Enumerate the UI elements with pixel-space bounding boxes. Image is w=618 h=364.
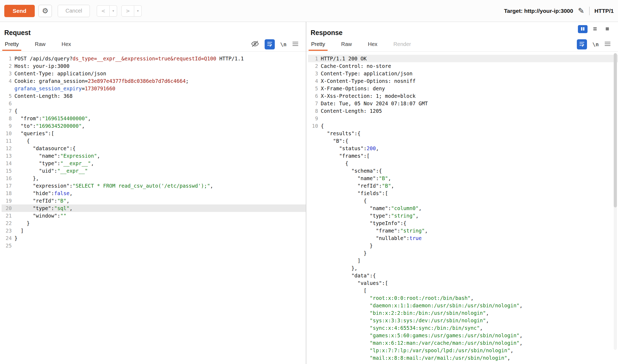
- edit-target-icon[interactable]: ✎: [578, 7, 584, 15]
- code-line[interactable]: 24}: [2, 234, 306, 242]
- code-line[interactable]: {: [308, 160, 618, 167]
- history-back-button[interactable]: <: [97, 5, 110, 17]
- code-line[interactable]: "sync:x:4:65534:sync:/bin:/bin/sync",: [308, 324, 618, 332]
- code-line[interactable]: ]: [308, 257, 618, 264]
- code-line[interactable]: 15 "uid":"__expr__": [2, 167, 306, 175]
- code-line[interactable]: [: [308, 287, 618, 294]
- request-editor[interactable]: 1POST /api/ds/query?ds_type=__expr__&exp…: [0, 52, 306, 249]
- code-line[interactable]: 19 "refId":"B",: [2, 197, 306, 204]
- response-tab-hex[interactable]: Hex: [367, 38, 378, 51]
- code-line[interactable]: 6X-Xss-Protection: 1; mode=block: [308, 92, 618, 100]
- code-line[interactable]: 13 "name":"Expression",: [2, 152, 306, 160]
- code-line[interactable]: "schema":{: [308, 167, 618, 175]
- code-line[interactable]: "sys:x:3:3:sys:/dev:/usr/sbin/nologin",: [308, 317, 618, 324]
- code-line[interactable]: 4Cookie: grafana_session=23e897e4377fbd8…: [2, 77, 306, 85]
- code-line[interactable]: "daemon:x:1:1:daemon:/usr/sbin:/usr/sbin…: [308, 302, 618, 309]
- code-line[interactable]: 2Cache-Control: no-store: [308, 62, 618, 70]
- history-back-dropdown[interactable]: ▾: [110, 5, 117, 17]
- response-editor[interactable]: 1HTTP/1.1 200 OK2Cache-Control: no-store…: [306, 52, 618, 362]
- code-line[interactable]: "frame":"string",: [308, 227, 618, 234]
- code-line[interactable]: "status":200,: [308, 145, 618, 152]
- code-line[interactable]: 16 },: [2, 175, 306, 182]
- code-line[interactable]: "root:x:0:0:root:/root:/bin/bash",: [308, 294, 618, 302]
- code-line[interactable]: "type":"string",: [308, 212, 618, 219]
- code-line[interactable]: "fields":[: [308, 189, 618, 197]
- code-line[interactable]: {: [308, 197, 618, 204]
- code-line[interactable]: 7{: [2, 107, 306, 115]
- request-tab-pretty[interactable]: Pretty: [4, 38, 19, 51]
- code-line[interactable]: "refId":"B",: [308, 182, 618, 189]
- code-line[interactable]: 23 ]: [2, 227, 306, 234]
- code-line[interactable]: 6: [2, 100, 306, 107]
- code-line[interactable]: 5Content-Length: 368: [2, 92, 306, 100]
- code-line[interactable]: 1HTTP/1.1 200 OK: [308, 55, 618, 62]
- history-forward-button[interactable]: >: [121, 5, 134, 17]
- request-editor-menu-button[interactable]: [292, 40, 299, 48]
- response-panel: Response Pretty Raw Hex Render: [306, 22, 618, 364]
- code-line[interactable]: 11 {: [2, 137, 306, 145]
- code-line[interactable]: "lp:x:7:7:lp:/var/spool/lpd:/usr/sbin/no…: [308, 347, 618, 354]
- code-line[interactable]: grafana_session_expiry=1730791660: [2, 85, 306, 92]
- code-line[interactable]: 18 "hide":false,: [2, 189, 306, 197]
- code-line[interactable]: "values":[: [308, 279, 618, 287]
- cancel-button[interactable]: Cancel: [58, 5, 90, 17]
- code-line[interactable]: "data":{: [308, 272, 618, 279]
- code-line[interactable]: 10{: [308, 122, 618, 130]
- code-line[interactable]: }: [308, 249, 618, 257]
- response-scrollbar[interactable]: [614, 53, 617, 350]
- code-line[interactable]: "frames":[: [308, 152, 618, 160]
- code-line[interactable]: 22 }: [2, 219, 306, 227]
- response-tab-render[interactable]: Render: [393, 38, 412, 51]
- request-settings-button[interactable]: ⚙: [38, 5, 52, 17]
- response-word-wrap-toggle-button[interactable]: [577, 39, 587, 49]
- code-line[interactable]: 20 "type":"sql",: [2, 204, 306, 212]
- code-line[interactable]: 10 "queries":[: [2, 130, 306, 137]
- response-title: Response: [311, 29, 614, 37]
- response-show-newlines-button[interactable]: \n: [592, 41, 599, 48]
- code-line[interactable]: "mail:x:8:8:mail:/var/mail:/usr/sbin/nol…: [308, 354, 618, 362]
- http-version-label[interactable]: HTTP/1: [594, 8, 614, 14]
- code-line[interactable]: 8 "from":"1696154400000",: [2, 115, 306, 122]
- code-line[interactable]: "typeInfo":{: [308, 219, 618, 227]
- code-line[interactable]: 2Host: your-ip:3000: [2, 62, 306, 70]
- code-line[interactable]: 17 "expression":"SELECT * FROM read_csv_…: [2, 182, 306, 189]
- code-line[interactable]: 21 "window":"": [2, 212, 306, 219]
- code-line[interactable]: 4X-Content-Type-Options: nosniff: [308, 77, 618, 85]
- code-line[interactable]: 14 "type":"__expr__",: [2, 160, 306, 167]
- response-scrollbar-thumb[interactable]: [614, 53, 617, 207]
- code-line[interactable]: 9: [308, 115, 618, 122]
- code-line[interactable]: "name":"B",: [308, 175, 618, 182]
- code-line[interactable]: 12 "datasource":{: [2, 145, 306, 152]
- layout-single-button[interactable]: [602, 25, 612, 33]
- code-line[interactable]: 7Date: Tue, 05 Nov 2024 07:18:07 GMT: [308, 100, 618, 107]
- layout-rows-button[interactable]: [590, 25, 600, 33]
- code-line[interactable]: 9 "to":"1696345200000",: [2, 122, 306, 130]
- response-tab-pretty[interactable]: Pretty: [311, 38, 326, 51]
- request-tab-hex[interactable]: Hex: [61, 38, 72, 51]
- code-line[interactable]: 3Content-Type: application/json: [308, 70, 618, 77]
- code-line[interactable]: "nullable":true: [308, 234, 618, 242]
- word-wrap-toggle-button[interactable]: [265, 39, 275, 49]
- code-line[interactable]: "name":"column0",: [308, 204, 618, 212]
- code-line[interactable]: "man:x:6:12:man:/var/cache/man:/usr/sbin…: [308, 339, 618, 347]
- code-line[interactable]: 3Content-Type: application/json: [2, 70, 306, 77]
- hide-nonprinting-button[interactable]: [251, 40, 259, 49]
- response-editor-menu-button[interactable]: [604, 40, 611, 48]
- response-tab-raw[interactable]: Raw: [341, 38, 352, 51]
- send-button[interactable]: Send: [4, 5, 35, 17]
- code-line[interactable]: 8Content-Length: 1205: [308, 107, 618, 115]
- show-newlines-button[interactable]: \n: [280, 41, 287, 48]
- request-tab-raw[interactable]: Raw: [34, 38, 46, 51]
- code-line[interactable]: 1POST /api/ds/query?ds_type=__expr__&exp…: [2, 55, 306, 62]
- code-text: "from":"1696154400000",: [14, 115, 91, 122]
- code-line[interactable]: "B":{: [308, 137, 618, 145]
- code-line[interactable]: }: [308, 242, 618, 249]
- code-line[interactable]: "games:x:5:60:games:/usr/games:/usr/sbin…: [308, 332, 618, 339]
- code-line[interactable]: 5X-Frame-Options: deny: [308, 85, 618, 92]
- layout-columns-button[interactable]: [578, 25, 588, 33]
- history-forward-dropdown[interactable]: ▾: [134, 5, 142, 17]
- code-line[interactable]: },: [308, 264, 618, 272]
- code-line[interactable]: "results":{: [308, 130, 618, 137]
- code-line[interactable]: 25: [2, 242, 306, 249]
- code-line[interactable]: "bin:x:2:2:bin:/bin:/usr/sbin/nologin",: [308, 309, 618, 317]
